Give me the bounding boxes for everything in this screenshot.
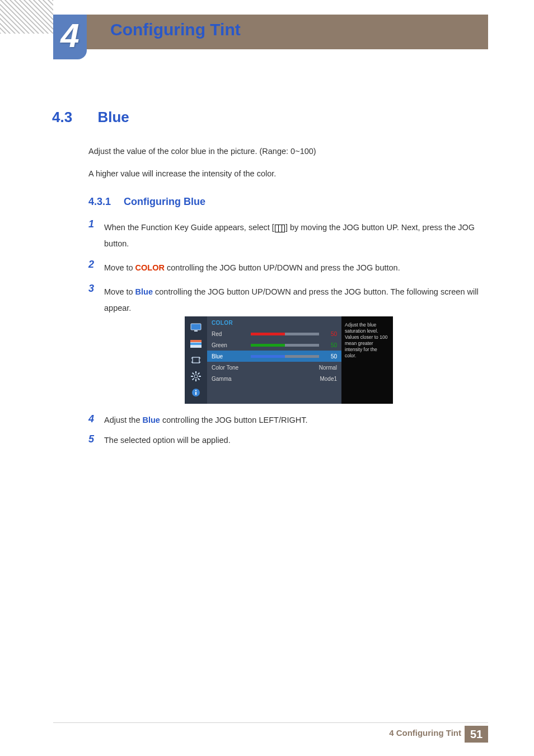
intro-line-2: A higher value will increase the intensi… <box>88 168 480 180</box>
osd-text-row: GammaMode1 <box>207 373 341 384</box>
step-3: 3 Move to Blue controlling the JOG butto… <box>88 283 486 316</box>
osd-row-value: Mode1 <box>251 376 337 382</box>
step-1: 1 When the Function Key Guide appears, s… <box>88 218 486 252</box>
svg-point-6 <box>194 375 198 378</box>
osd-text-row: Color ToneNormal <box>207 362 341 373</box>
step-text: Adjust the Blue controlling the JOG butt… <box>104 413 307 427</box>
osd-slider-row: Blue50 <box>207 351 341 362</box>
osd-row-label: Red <box>212 331 251 337</box>
footer-chapter: 4 Configuring Tint <box>389 728 461 738</box>
osd-row-label: Blue <box>212 353 251 360</box>
svg-rect-16 <box>195 392 196 395</box>
step-number: 1 <box>88 218 104 230</box>
step-text: When the Function Key Guide appears, sel… <box>104 218 486 252</box>
osd-title: COLOR <box>207 316 341 328</box>
osd-sidebar <box>185 316 207 404</box>
osd-slider-fill <box>251 344 285 347</box>
chapter-number-tab: 4 <box>53 15 87 59</box>
steps-list: 1 When the Function Key Guide appears, s… <box>88 218 486 323</box>
step-text: Move to COLOR controlling the JOG button… <box>104 259 400 276</box>
svg-rect-4 <box>190 343 202 345</box>
svg-line-11 <box>193 372 194 374</box>
step-number: 5 <box>88 433 104 445</box>
osd-main: COLOR Red50Green50Blue50Color ToneNormal… <box>207 316 341 404</box>
resize-icon <box>190 356 202 365</box>
step-5: 5 The selected option will be applied. <box>88 433 486 447</box>
svg-line-14 <box>193 378 194 380</box>
step-4: 4 Adjust the Blue controlling the JOG bu… <box>88 413 486 427</box>
osd-row-value: 50 <box>324 331 337 337</box>
svg-rect-3 <box>190 340 202 342</box>
osd-slider-fill <box>251 333 285 335</box>
svg-rect-0 <box>191 324 201 330</box>
subsection-number: 4.3.1 <box>88 196 111 207</box>
step-2: 2 Move to COLOR controlling the JOG butt… <box>88 259 486 276</box>
osd-slider-track <box>251 344 319 347</box>
osd-row-label: Green <box>212 342 251 348</box>
svg-rect-5 <box>193 357 199 363</box>
step-number: 2 <box>88 259 104 270</box>
osd-slider-row: Red50 <box>207 328 341 339</box>
osd-slider-fill <box>251 355 285 358</box>
osd-row-value: Normal <box>251 365 337 371</box>
step-number: 3 <box>88 283 104 295</box>
step-number: 4 <box>88 413 104 425</box>
osd-slider-row: Green50 <box>207 339 341 351</box>
osd-row-label: Color Tone <box>212 365 251 371</box>
svg-rect-17 <box>195 390 196 391</box>
keyword-blue: Blue <box>143 416 160 424</box>
steps-list-cont: 4 Adjust the Blue controlling the JOG bu… <box>88 413 486 454</box>
monitor-icon <box>190 323 202 332</box>
osd-row-value: 50 <box>324 353 337 360</box>
osd-slider-track <box>251 355 319 358</box>
section-heading: 4.3 Blue <box>52 109 129 126</box>
svg-rect-1 <box>194 330 198 332</box>
info-icon <box>190 388 202 397</box>
gear-icon <box>190 372 202 381</box>
osd-help-panel: Adjust the blue saturation level. Values… <box>341 316 393 404</box>
corner-hatch <box>0 0 53 34</box>
menu-icon <box>275 225 285 232</box>
section-name: Blue <box>97 109 129 125</box>
step-text: Move to Blue controlling the JOG button … <box>104 283 486 316</box>
osd-row-value: 50 <box>324 342 337 348</box>
picture-icon <box>190 339 202 348</box>
osd-row-label: Gamma <box>212 376 251 382</box>
keyword-blue: Blue <box>135 287 153 296</box>
svg-line-12 <box>198 378 200 380</box>
chapter-title: Configuring Tint <box>110 20 241 39</box>
footer-page-number: 51 <box>465 726 488 743</box>
svg-line-13 <box>198 372 200 374</box>
subsection-heading: 4.3.1 Configuring Blue <box>88 196 205 208</box>
step-text: The selected option will be applied. <box>104 433 231 447</box>
subsection-name: Configuring Blue <box>124 196 205 207</box>
osd-screenshot: COLOR Red50Green50Blue50Color ToneNormal… <box>185 316 393 404</box>
intro-line-1: Adjust the value of the color blue in th… <box>88 146 480 158</box>
footer-rule <box>53 722 488 723</box>
osd-slider-track <box>251 333 319 335</box>
keyword-color: COLOR <box>135 263 165 272</box>
section-number: 4.3 <box>52 109 72 125</box>
